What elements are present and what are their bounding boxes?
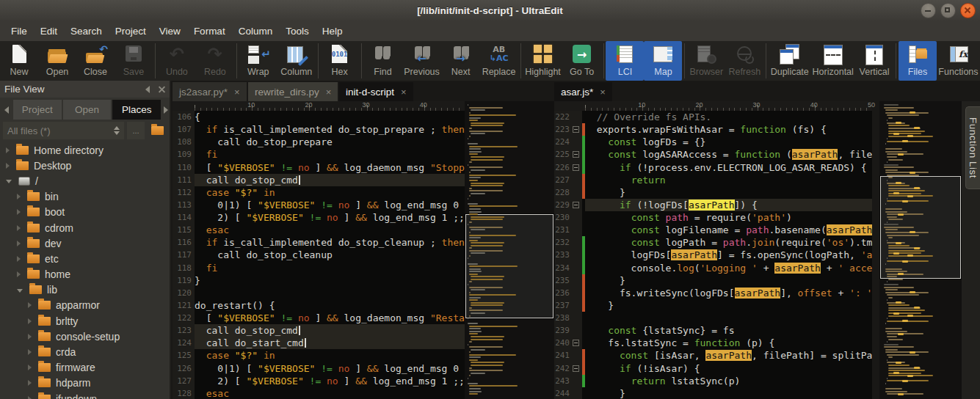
open-button[interactable]: Open	[38, 41, 76, 81]
maximize-button[interactable]	[940, 3, 956, 18]
sidebar-tab-open[interactable]: Open	[63, 100, 112, 120]
chevron-right-icon[interactable]	[28, 318, 32, 324]
chevron-right-icon[interactable]	[17, 271, 21, 277]
chevron-right-icon[interactable]	[17, 241, 21, 246]
right-minimap[interactable]	[879, 101, 962, 399]
functions-button[interactable]: fxFunctions	[937, 41, 980, 81]
title-bar[interactable]: [/lib/init/init-d-script] - UltraEdit	[0, 0, 980, 21]
menu-format[interactable]: Format	[187, 23, 232, 40]
chevron-right-icon[interactable]	[17, 209, 21, 215]
close-panel-icon[interactable]	[159, 86, 165, 92]
collapse-panel-icon[interactable]	[145, 86, 150, 93]
close-tab-icon[interactable]: ×	[234, 87, 240, 98]
right-code-view[interactable]: // Override fs APIs. exports.wrapFsWithA…	[585, 111, 872, 399]
menu-file[interactable]: File	[4, 23, 34, 40]
spinner-icon[interactable]	[114, 126, 120, 135]
menu-search[interactable]: Search	[64, 23, 109, 40]
left-editor-pane[interactable]: 10203040 1061071081091101111121131141151…	[173, 101, 465, 399]
tree-item-home-directory[interactable]: Home directory	[0, 142, 170, 158]
fold-marker-icon[interactable]	[573, 151, 579, 158]
chevron-right-icon[interactable]	[6, 163, 10, 169]
chevron-down-icon[interactable]	[17, 289, 23, 293]
tree-item-crda[interactable]: crda	[0, 344, 170, 359]
sidebar-tab-project[interactable]: Project	[13, 100, 62, 120]
filter-more-button[interactable]: ...	[127, 122, 145, 139]
tree-item-brltty[interactable]: brltty	[0, 313, 170, 329]
file-filter-dropdown[interactable]: All files (*)	[3, 122, 124, 139]
tree-item-console-setup[interactable]: console-setup	[0, 329, 170, 344]
chevron-right-icon[interactable]	[6, 147, 10, 153]
chevron-down-icon[interactable]	[6, 180, 12, 183]
tabs-scroll-right-icon[interactable]	[164, 106, 168, 114]
tab-init-d-script[interactable]: init-d-script×	[339, 82, 413, 101]
tree-item-hdparm[interactable]: hdparm	[0, 376, 170, 391]
tree-item-home[interactable]: home	[0, 267, 170, 282]
minimize-button[interactable]	[921, 3, 936, 18]
tree-item-ifupdown[interactable]: ifupdown	[0, 391, 170, 399]
left-minimap[interactable]	[465, 101, 554, 399]
chevron-right-icon[interactable]	[17, 225, 21, 231]
tree-item--[interactable]: /	[0, 173, 170, 188]
close-tab-icon[interactable]: ×	[326, 87, 332, 98]
tree-item-etc[interactable]: etc	[0, 251, 170, 266]
chevron-right-icon[interactable]	[28, 334, 32, 340]
function-list-tab[interactable]: Function List	[965, 106, 980, 189]
chevron-right-icon[interactable]	[28, 396, 32, 399]
fold-marker-icon[interactable]	[573, 365, 579, 372]
menu-project[interactable]: Project	[109, 23, 153, 40]
close-button[interactable]	[960, 3, 976, 18]
fold-marker-icon[interactable]	[573, 126, 579, 133]
tree-item-apparmor[interactable]: apparmor	[0, 298, 170, 313]
left-code-view[interactable]: { if is_call_implemented do_stop_prepare…	[195, 111, 465, 399]
chevron-right-icon[interactable]	[17, 194, 21, 200]
next-button[interactable]: →Next	[442, 41, 480, 81]
tree-item-firmware[interactable]: firmware	[0, 360, 170, 376]
menu-help[interactable]: Help	[316, 23, 349, 40]
menu-view[interactable]: View	[153, 23, 187, 40]
tree-item-bin[interactable]: bin	[0, 189, 170, 205]
browser-button[interactable]: Browser	[687, 41, 725, 81]
tab-asar-js-[interactable]: asar.js*×	[554, 82, 612, 101]
files-button[interactable]: Files	[899, 41, 937, 81]
fold-marker-icon[interactable]	[573, 164, 579, 171]
tree-item-dev[interactable]: dev	[0, 235, 170, 251]
sidebar-tab-places[interactable]: Places	[112, 100, 161, 120]
wrap-button[interactable]: ↵Wrap	[239, 41, 277, 81]
replace-button[interactable]: AB↳ACReplace	[480, 41, 518, 81]
tab-js2asar-py-[interactable]: js2asar.py*×	[173, 82, 247, 101]
lci-button[interactable]: LCI	[606, 41, 644, 81]
chevron-right-icon[interactable]	[28, 349, 32, 355]
tree-item-boot[interactable]: boot	[0, 205, 170, 220]
highlight-button[interactable]: Highlight	[523, 41, 562, 81]
menu-tools[interactable]: Tools	[279, 23, 316, 40]
column-button[interactable]: Column	[277, 41, 316, 81]
right-editor-pane[interactable]: 1020304050 22222322422522622722822923023…	[554, 101, 872, 399]
map-button[interactable]: Map	[644, 41, 682, 81]
hex-button[interactable]: 0101Hex	[321, 41, 359, 81]
redo-button[interactable]: ↷Redo	[196, 41, 234, 81]
tabs-scroll-left-icon[interactable]	[4, 106, 9, 114]
prev-button[interactable]: ←Previous	[402, 41, 441, 81]
vertical-button[interactable]: Vertical	[855, 41, 893, 81]
tree-item-cdrom[interactable]: cdrom	[0, 220, 170, 235]
menu-edit[interactable]: Edit	[34, 23, 64, 40]
close-tab-icon[interactable]: ×	[600, 87, 606, 98]
menu-column[interactable]: Column	[232, 23, 280, 40]
fold-marker-icon[interactable]	[573, 202, 579, 208]
tree-item-desktop[interactable]: Desktop	[0, 158, 170, 173]
new-button[interactable]: New	[0, 41, 38, 81]
browse-folder-button[interactable]	[148, 122, 167, 139]
tab-rewrite-dirs-py[interactable]: rewrite_dirs.py×	[248, 82, 338, 101]
duplicate-button[interactable]: Duplicate	[769, 41, 810, 81]
refresh-button[interactable]: Refresh	[725, 41, 763, 81]
chevron-right-icon[interactable]	[28, 302, 32, 308]
save-button[interactable]: Save	[115, 41, 153, 81]
close-tab-icon[interactable]: ×	[401, 87, 407, 98]
find-button[interactable]: Find	[363, 41, 402, 81]
fold-marker-icon[interactable]	[573, 340, 579, 346]
horizontal-button[interactable]: Horizontal	[810, 41, 855, 81]
goto-button[interactable]: →Go To	[563, 41, 601, 81]
chevron-right-icon[interactable]	[28, 380, 32, 386]
close-folder-button[interactable]: ↶Close	[76, 41, 115, 81]
undo-button[interactable]: ↶Undo	[158, 41, 196, 81]
